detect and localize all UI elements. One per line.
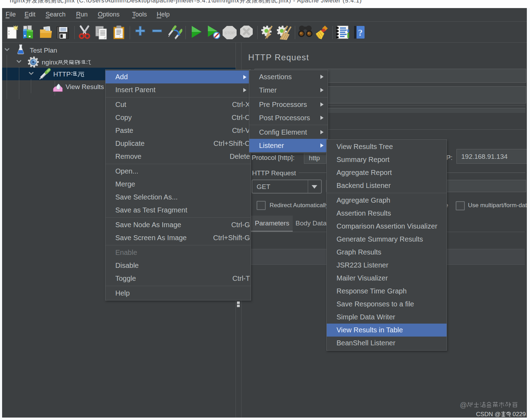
- svg-text:?: ?: [358, 28, 363, 38]
- svg-text:STOP: STOP: [224, 31, 235, 35]
